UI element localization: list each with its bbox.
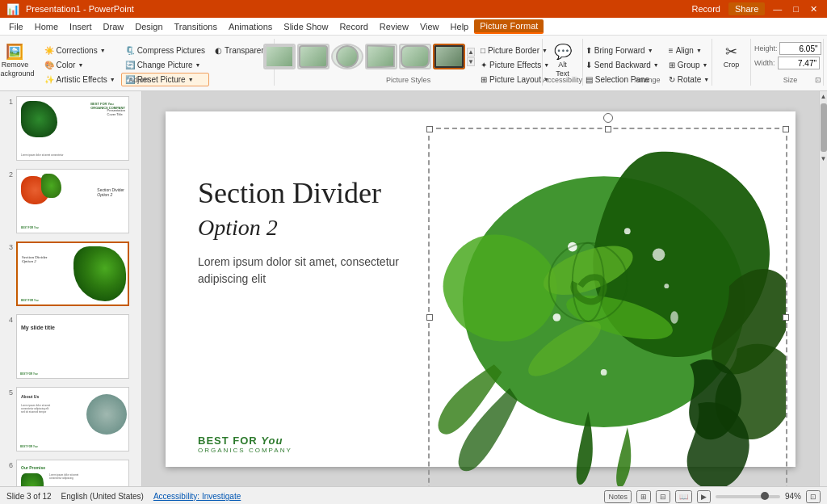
slide3-footer: BEST FOR You ORGANICS COMPANY (198, 435, 292, 454)
corrections-button[interactable]: ☀️ Corrections ▼ (40, 44, 120, 57)
picture-style-3[interactable] (331, 44, 363, 69)
menu-transitions[interactable]: Transitions (169, 20, 223, 33)
swatch-scroll[interactable]: ▲ ▼ (467, 48, 475, 66)
svg-point-6 (553, 313, 561, 321)
svg-point-5 (624, 228, 631, 234)
slide-num-2: 2 (5, 169, 13, 178)
compress-pictures-button[interactable]: 🗜️ Compress Pictures (121, 44, 209, 57)
slide-image-1: BEST FOR YouORGANICS COMPANY Presentatio… (16, 96, 129, 161)
menu-insert[interactable]: Insert (64, 20, 98, 33)
compress-col: 🗜️ Compress Pictures 🔄 Change Picture ▼ … (121, 42, 209, 96)
status-bar: Slide 3 of 12 English (United States) Ac… (0, 486, 827, 504)
picture-style-5[interactable] (399, 44, 431, 69)
slideshow-button[interactable]: ▶ (697, 490, 711, 503)
slide3-brand-sub: ORGANICS COMPANY (198, 447, 292, 454)
remove-background-button[interactable]: 🖼️ RemoveBackground (0, 42, 39, 81)
corrections-arrow: ▼ (100, 48, 106, 53)
menu-review[interactable]: Review (374, 20, 414, 33)
swatch-up-arrow[interactable]: ▲ (467, 48, 475, 57)
slide1-body: Lorem ipsum dolor sit amet consectetur (21, 153, 64, 157)
slide-panel[interactable]: 1 BEST FOR YouORGANICS COMPANY Presentat… (0, 91, 142, 486)
fit-slide-button[interactable]: ⊡ (806, 490, 821, 503)
send-backward-icon: ⬇ (586, 61, 592, 69)
slide-thumb-3[interactable]: 3 Section DividerOption 2 BEST FOR You (3, 240, 138, 308)
ribbon-group-arrange: ⬆ Bring Forward ▼ ⬇ Send Backward ▼ ▤ Se… (583, 39, 712, 86)
record-button[interactable]: Record (689, 3, 724, 15)
handle-top-middle[interactable] (605, 126, 611, 132)
send-backward-button[interactable]: ⬇ Send Backward ▼ (581, 58, 663, 72)
slide-sorter-button[interactable]: ⊟ (656, 490, 670, 503)
normal-view-button[interactable]: ⊞ (636, 490, 651, 503)
slide-thumb-6[interactable]: 6 Our Promise Lorem ipsum dolor sit amet… (3, 458, 138, 486)
slide5-image (86, 394, 127, 435)
close-icon[interactable]: ✕ (807, 4, 821, 15)
size-label: Size (754, 76, 826, 84)
alt-text-button[interactable]: 💬 Alt Text (548, 42, 577, 81)
slide3-thumb-brand: BEST FOR You (21, 299, 39, 302)
handle-top-left[interactable] (426, 126, 433, 132)
width-input[interactable] (778, 57, 820, 69)
scroll-up-arrow[interactable]: ▲ (819, 91, 827, 102)
menu-animations[interactable]: Animations (223, 20, 278, 33)
slide5-about: About Us (21, 394, 39, 399)
maximize-icon[interactable]: □ (790, 4, 802, 14)
alt-text-icon: 💬 (554, 44, 572, 59)
menu-file[interactable]: File (3, 20, 29, 33)
reading-view-button[interactable]: 📖 (675, 490, 692, 503)
menu-help[interactable]: Help (445, 20, 475, 33)
menu-record[interactable]: Record (334, 20, 373, 33)
swatch-down-arrow[interactable]: ▼ (467, 57, 475, 66)
crop-label: Crop (724, 61, 740, 69)
title-bar: 📊 Presentation1 - PowerPoint Record Shar… (0, 0, 827, 18)
align-button[interactable]: ≡ Align ▼ (665, 44, 713, 57)
picture-style-6-selected[interactable] (433, 44, 465, 69)
menu-slideshow[interactable]: Slide Show (278, 20, 334, 33)
ribbon-group-crop: ✂ Crop (712, 39, 751, 86)
zoom-thumb[interactable] (761, 492, 769, 500)
slide-image-6: Our Promise Lorem ipsum dolor sit ametco… (16, 460, 129, 486)
menu-draw[interactable]: Draw (98, 20, 130, 33)
group-button[interactable]: ⊞ Group ▼ (665, 58, 713, 72)
share-button[interactable]: Share (728, 2, 765, 15)
height-input[interactable] (779, 42, 821, 55)
slide-thumb-5[interactable]: 5 About Us Lorem ipsum dolor sit ametcon… (3, 385, 138, 453)
slide3-brand-italic: You (261, 435, 283, 447)
bring-forward-icon: ⬆ (586, 46, 592, 55)
green-splash-container[interactable]: ♪ (428, 128, 787, 487)
picture-border-button[interactable]: □ Picture Border ▼ (476, 44, 553, 57)
handle-top-right[interactable] (783, 126, 789, 132)
slide-thumb-4[interactable]: 4 My slide title BEST FOR You (3, 313, 138, 380)
rotate-handle[interactable] (603, 113, 613, 123)
slide6-promise: Our Promise (21, 465, 45, 470)
handle-middle-left[interactable] (426, 314, 433, 321)
ribbon: 🖼️ RemoveBackground ☀️ Corrections ▼ 🎨 C… (0, 36, 827, 91)
minimize-icon[interactable]: — (770, 4, 785, 14)
picture-effects-button[interactable]: ✦ Picture Effects ▼ (476, 58, 553, 72)
change-picture-button[interactable]: 🔄 Change Picture ▼ (121, 58, 209, 72)
slide3-thumb-splash (73, 246, 126, 301)
handle-middle-right[interactable] (783, 314, 789, 321)
crop-content: ✂ Crop (719, 40, 745, 84)
slide-thumb-1[interactable]: 1 BEST FOR YouORGANICS COMPANY Presentat… (3, 94, 138, 162)
scroll-thumb[interactable] (821, 103, 827, 152)
crop-button[interactable]: ✂ Crop (719, 42, 745, 72)
picture-style-4[interactable] (365, 44, 397, 69)
zoom-slider[interactable] (716, 495, 780, 498)
menu-picture-format[interactable]: Picture Format (474, 19, 544, 34)
menu-home[interactable]: Home (29, 20, 64, 33)
picture-style-2[interactable] (297, 44, 330, 69)
slide4-brand: BEST FOR You (20, 372, 38, 376)
notes-button[interactable]: Notes (604, 490, 632, 503)
slide5-body: Lorem ipsum dolor sit ametconsectetur ad… (21, 404, 50, 414)
height-row: Height: (754, 42, 820, 55)
color-button[interactable]: 🎨 Color ▼ (40, 58, 120, 72)
slide-thumb-2[interactable]: 2 Section DividerOption 2 BEST FOR You (3, 167, 138, 235)
slide3-subtitle: Option 2 (198, 215, 400, 241)
picture-style-1[interactable] (263, 44, 296, 69)
accessibility-link[interactable]: Accessibility: Investigate (153, 492, 241, 501)
right-scrollbar[interactable]: ▲ ▼ (819, 91, 827, 486)
bring-forward-button[interactable]: ⬆ Bring Forward ▼ (581, 44, 663, 57)
menu-view[interactable]: View (414, 20, 445, 33)
scroll-down-arrow[interactable]: ▼ (819, 153, 827, 164)
menu-design[interactable]: Design (129, 20, 168, 33)
